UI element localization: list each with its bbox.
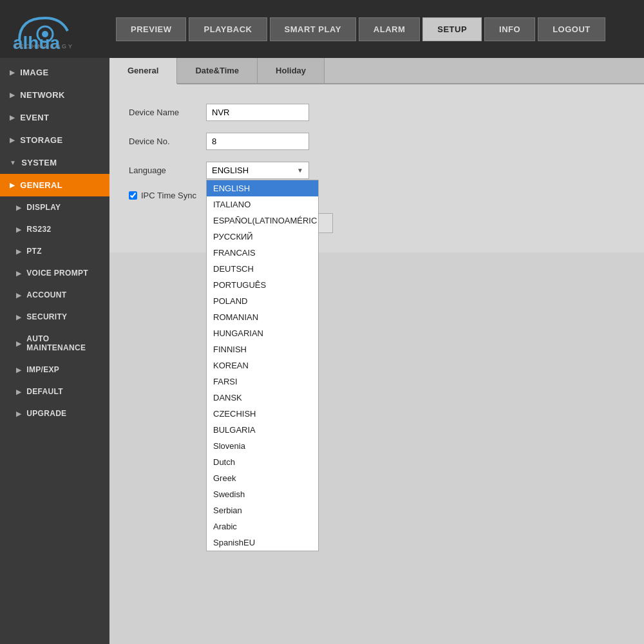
form-area: Device Name Device No. Language ENGLISH … <box>109 84 644 252</box>
sidebar-item-account[interactable]: ▶ ACCOUNT <box>0 284 109 306</box>
sidebar-label-rs232: RS232 <box>26 225 51 234</box>
sidebar-label-auto-maintenance: AUTO MAINTENANCE <box>26 334 100 352</box>
sidebar-label-display: DISPLAY <box>26 203 61 212</box>
header: alhua TECHNOLOGY PREVIEW PLAYBACK SMART … <box>0 0 644 58</box>
device-no-label: Device No. <box>129 137 206 146</box>
sidebar-item-voice-prompt[interactable]: ▶ VOICE PROMPT <box>0 262 109 284</box>
language-selected-value: ENGLISH <box>212 166 249 175</box>
dropdown-item-czechish[interactable]: CZECHISH <box>207 406 318 422</box>
arrow-icon: ▶ <box>16 314 21 321</box>
arrow-icon: ▶ <box>16 248 21 255</box>
dropdown-item-russian[interactable]: РУССКИЙ <box>207 229 318 245</box>
language-select[interactable]: ENGLISH ▼ <box>206 162 309 179</box>
sidebar-item-ptz[interactable]: ▶ PTZ <box>0 240 109 262</box>
dropdown-item-francais[interactable]: FRANCAIS <box>207 245 318 261</box>
arrow-icon: ▶ <box>16 226 21 233</box>
arrow-icon: ▶ <box>16 204 21 211</box>
device-no-input[interactable] <box>206 133 309 150</box>
tab-general[interactable]: General <box>109 58 177 84</box>
sidebar-item-upgrade[interactable]: ▶ UPGRADE <box>0 402 109 424</box>
dropdown-item-finnish[interactable]: FINNISH <box>207 341 318 357</box>
arrow-icon: ▶ <box>16 270 21 277</box>
sidebar-item-image[interactable]: ▶ IMAGE <box>0 61 109 84</box>
main-layout: ▶ IMAGE ▶ NETWORK ▶ EVENT ▶ STORAGE ▼ SY… <box>0 58 644 644</box>
dropdown-item-farsi[interactable]: FARSI <box>207 374 318 390</box>
sidebar-label-system: SYSTEM <box>21 158 57 167</box>
arrow-icon: ▶ <box>16 410 21 417</box>
nav-buttons: PREVIEW PLAYBACK SMART PLAY ALARM SETUP … <box>116 17 605 41</box>
arrow-icon: ▶ <box>16 366 21 374</box>
ipc-time-sync-checkbox[interactable] <box>129 191 137 200</box>
content-area: General Date&Time Holiday Device Name De… <box>109 58 644 644</box>
sidebar-label-default: DEFAULT <box>26 387 63 396</box>
dropdown-arrow-icon: ▼ <box>297 167 303 174</box>
dropdown-item-portugues[interactable]: PORTUGUÊS <box>207 277 318 293</box>
tab-holiday[interactable]: Holiday <box>258 58 325 83</box>
arrow-icon: ▶ <box>10 114 15 121</box>
nav-playback[interactable]: PLAYBACK <box>189 17 267 41</box>
sidebar-label-ptz: PTZ <box>26 247 42 256</box>
dropdown-item-bulgaria[interactable]: BULGARIA <box>207 422 318 438</box>
dropdown-item-arabic[interactable]: Arabic <box>207 518 318 535</box>
sidebar-label-network: NETWORK <box>20 90 64 100</box>
dropdown-item-dutch[interactable]: Dutch <box>207 454 318 470</box>
dropdown-item-slovenia[interactable]: Slovenia <box>207 438 318 454</box>
language-dropdown-list[interactable]: ENGLISH ITALIANO ESPAÑOL(LATINOAMÉRIC РУ… <box>206 180 319 551</box>
sidebar-item-general[interactable]: ▶ GENERAL <box>0 174 109 196</box>
sidebar-item-storage[interactable]: ▶ STORAGE <box>0 129 109 151</box>
dropdown-item-deutsch[interactable]: DEUTSCH <box>207 261 318 277</box>
dropdown-item-dansk[interactable]: DANSK <box>207 390 318 406</box>
logo-subtext: TECHNOLOGY <box>14 43 74 50</box>
nav-info[interactable]: INFO <box>484 17 535 41</box>
tab-bar: General Date&Time Holiday <box>109 58 644 84</box>
sidebar-label-voice-prompt: VOICE PROMPT <box>26 269 88 278</box>
dropdown-item-swedish[interactable]: Swedish <box>207 486 318 502</box>
sidebar-item-default[interactable]: ▶ DEFAULT <box>0 381 109 402</box>
language-label: Language <box>129 166 206 175</box>
sidebar-item-network[interactable]: ▶ NETWORK <box>0 84 109 106</box>
dropdown-item-poland[interactable]: POLAND <box>207 293 318 309</box>
device-name-row: Device Name <box>129 104 625 121</box>
sidebar-label-general: GENERAL <box>20 180 62 190</box>
sidebar-label-event: EVENT <box>20 113 49 122</box>
sidebar-item-event[interactable]: ▶ EVENT <box>0 106 109 129</box>
nav-alarm[interactable]: ALARM <box>359 17 420 41</box>
nav-setup[interactable]: SETUP <box>422 17 482 41</box>
arrow-icon: ▶ <box>10 137 15 144</box>
sidebar-label-imp-exp: IMP/EXP <box>26 365 59 374</box>
sidebar-label-image: IMAGE <box>20 68 48 77</box>
arrow-icon: ▶ <box>10 91 15 99</box>
sidebar-item-rs232[interactable]: ▶ RS232 <box>0 218 109 240</box>
arrow-icon: ▼ <box>10 159 16 166</box>
device-no-row: Device No. <box>129 133 625 150</box>
dropdown-item-romanian[interactable]: ROMANIAN <box>207 309 318 325</box>
ipc-time-sync-row: IPC Time Sync Hour <box>129 191 625 200</box>
dropdown-item-greek[interactable]: Greek <box>207 470 318 486</box>
device-name-input[interactable] <box>206 104 309 121</box>
sidebar-item-security[interactable]: ▶ SECURITY <box>0 306 109 328</box>
dropdown-item-espanol[interactable]: ESPAÑOL(LATINOAMÉRIC <box>207 213 318 229</box>
sidebar-label-security: SECURITY <box>26 312 67 321</box>
tab-datetime[interactable]: Date&Time <box>177 58 258 83</box>
nav-preview[interactable]: PREVIEW <box>116 17 186 41</box>
sidebar-label-account: ACCOUNT <box>26 290 66 299</box>
arrow-icon: ▶ <box>10 69 15 76</box>
dropdown-item-italiano[interactable]: ITALIANO <box>207 196 318 213</box>
dropdown-item-hungarian[interactable]: HUNGARIAN <box>207 325 318 341</box>
arrow-icon: ▶ <box>16 388 21 395</box>
nav-smartplay[interactable]: SMART PLAY <box>270 17 356 41</box>
language-row: Language ENGLISH ▼ ENGLISH ITALIANO ESPA… <box>129 162 625 179</box>
arrow-icon: ▶ <box>16 340 21 347</box>
dropdown-item-serbian[interactable]: Serbian <box>207 502 318 518</box>
dropdown-item-english[interactable]: ENGLISH <box>207 180 318 196</box>
dropdown-item-spanisheu[interactable]: SpanishEU <box>207 535 318 551</box>
ipc-time-sync-label: IPC Time Sync <box>141 191 196 200</box>
sidebar-item-auto-maintenance[interactable]: ▶ AUTO MAINTENANCE <box>0 328 109 359</box>
dropdown-item-korean[interactable]: KOREAN <box>207 357 318 374</box>
nav-logout[interactable]: LOGOUT <box>538 17 605 41</box>
sidebar-item-imp-exp[interactable]: ▶ IMP/EXP <box>0 359 109 381</box>
sidebar-label-upgrade: UPGRADE <box>26 409 66 418</box>
sidebar-item-system[interactable]: ▼ SYSTEM <box>0 151 109 174</box>
sidebar-label-storage: STORAGE <box>20 135 62 145</box>
sidebar-item-display[interactable]: ▶ DISPLAY <box>0 196 109 218</box>
